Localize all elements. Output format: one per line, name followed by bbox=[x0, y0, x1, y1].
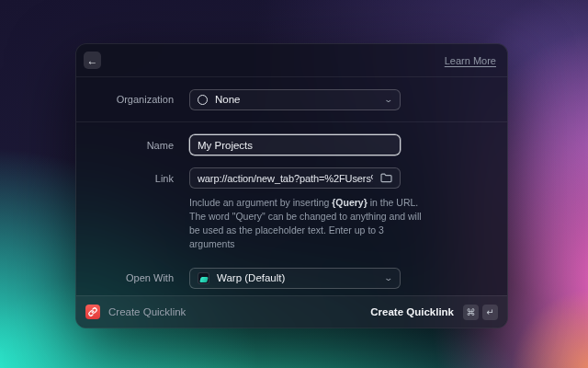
helper-text-highlight: {Query} bbox=[332, 197, 368, 208]
link-label: Link bbox=[76, 173, 174, 184]
create-quicklink-button[interactable]: Create Quicklink bbox=[370, 306, 454, 317]
organization-label: Organization bbox=[76, 94, 174, 105]
warp-app-icon bbox=[198, 272, 209, 284]
footer-actions: Create Quicklink ⌘ ↵ bbox=[370, 305, 498, 320]
link-row: Link warp://action/new_tab?path=%2FUsers… bbox=[76, 167, 507, 189]
return-key[interactable]: ↵ bbox=[482, 305, 498, 320]
open-with-row: Open With Warp (Default) ⌄ bbox=[76, 268, 507, 289]
name-value: My Projects bbox=[198, 140, 392, 151]
learn-more-link[interactable]: Learn More bbox=[445, 55, 496, 66]
window-header: ← Learn More bbox=[76, 44, 507, 77]
chevron-down-icon: ⌄ bbox=[384, 273, 394, 282]
organization-select[interactable]: None ⌄ bbox=[189, 89, 401, 110]
name-label: Name bbox=[76, 140, 174, 151]
folder-picker-button[interactable] bbox=[380, 173, 392, 183]
window-footer: Create Quicklink Create Quicklink ⌘ ↵ bbox=[76, 295, 507, 328]
name-row: Name My Projects bbox=[76, 134, 507, 155]
link-helper-text: Include an argument by inserting {Query}… bbox=[189, 196, 430, 251]
open-with-value: Warp (Default) bbox=[217, 272, 378, 283]
link-input[interactable]: warp://action/new_tab?path=%2FUsers%2Fjo… bbox=[189, 167, 401, 189]
footer-command-info: Create Quicklink bbox=[85, 305, 186, 319]
form-body: Name My Projects Link warp://action/new_… bbox=[76, 122, 507, 295]
chevron-down-icon: ⌄ bbox=[384, 95, 394, 104]
organization-section: Organization None ⌄ bbox=[76, 77, 507, 122]
quicklink-app-icon bbox=[85, 305, 100, 319]
none-org-icon bbox=[198, 95, 208, 105]
command-key[interactable]: ⌘ bbox=[463, 305, 479, 320]
arrow-left-icon: ← bbox=[87, 55, 98, 66]
folder-icon bbox=[380, 173, 392, 183]
open-with-select[interactable]: Warp (Default) ⌄ bbox=[189, 268, 401, 289]
organization-value: None bbox=[215, 94, 378, 105]
helper-text-pre: Include an argument by inserting bbox=[189, 197, 332, 208]
link-value: warp://action/new_tab?path=%2FUsers%2Fjo… bbox=[198, 173, 373, 184]
open-with-label: Open With bbox=[76, 272, 174, 283]
name-input[interactable]: My Projects bbox=[189, 134, 401, 155]
footer-command-title: Create Quicklink bbox=[108, 306, 186, 317]
back-button[interactable]: ← bbox=[84, 52, 101, 69]
link-icon bbox=[88, 307, 97, 316]
create-quicklink-window: ← Learn More Organization None ⌄ Name My… bbox=[75, 43, 508, 328]
